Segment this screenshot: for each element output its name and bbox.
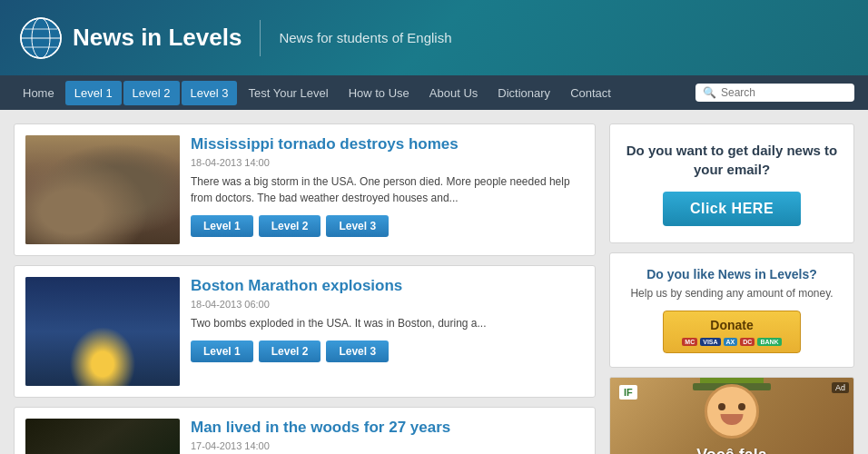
main-nav: Home Level 1 Level 2 Level 3 Test Your L…	[0, 75, 868, 110]
article-content: Man lived in the woods for 27 years 17-0…	[191, 419, 584, 454]
ad-text: Você falaInglês ou seu	[679, 446, 784, 455]
nav-level3[interactable]: Level 3	[182, 81, 238, 105]
search-input[interactable]	[721, 86, 847, 99]
donate-question: Do you like News in Levels?	[624, 267, 840, 281]
article-card: Boston Marathon explosions 18-04-2013 06…	[14, 265, 596, 398]
level1-button[interactable]: Level 1	[191, 215, 253, 237]
nav-test-level[interactable]: Test Your Level	[239, 81, 337, 105]
level2-button[interactable]: Level 2	[259, 215, 321, 237]
nav-level1[interactable]: Level 1	[65, 81, 122, 105]
discover-icon: DC	[740, 338, 755, 346]
article-content: Boston Marathon explosions 18-04-2013 06…	[191, 277, 584, 386]
bank-icon: BANK	[757, 338, 781, 346]
article-excerpt: Two bombs exploded in the USA. It was in…	[191, 315, 584, 331]
nav-how-to-use[interactable]: How to Use	[340, 81, 419, 105]
donate-button[interactable]: Donate MC VISA AX DC BANK	[663, 311, 800, 353]
level-buttons: Level 1 Level 2 Level 3	[191, 340, 584, 362]
sidebar: Do you want to get daily news to your em…	[609, 123, 854, 454]
nav-dictionary[interactable]: Dictionary	[488, 81, 559, 105]
article-card: Man lived in the woods for 27 years 17-0…	[14, 407, 596, 454]
ad-content: Ad IF Você falaInglês ou seu	[610, 378, 853, 454]
header-divider	[260, 20, 261, 56]
article-image	[25, 277, 180, 386]
donate-label: Donate	[710, 318, 753, 332]
article-date: 18-04-2013 14:00	[191, 157, 584, 168]
article-excerpt: There was a big storm in the USA. One pe…	[191, 173, 584, 206]
level1-button[interactable]: Level 1	[191, 340, 253, 362]
site-header: News in Levels News for students of Engl…	[0, 0, 868, 75]
article-content: Mississippi tornado destroys homes 18-04…	[191, 135, 584, 244]
site-subtitle: News for students of English	[279, 30, 451, 45]
main-container: Mississippi tornado destroys homes 18-04…	[0, 110, 868, 454]
ad-badge: Ad	[832, 382, 849, 393]
ad-logo: IF	[619, 385, 637, 400]
nav-about-us[interactable]: About Us	[420, 81, 487, 105]
level2-button[interactable]: Level 2	[259, 340, 321, 362]
level-buttons: Level 1 Level 2 Level 3	[191, 215, 584, 237]
article-image	[25, 135, 180, 244]
advertisement: Ad IF Você falaInglês ou seu	[609, 377, 854, 454]
logo[interactable]: News in Levels	[18, 15, 242, 61]
article-date: 17-04-2013 14:00	[191, 440, 584, 451]
nav-contact[interactable]: Contact	[561, 81, 620, 105]
visa-icon: VISA	[700, 338, 720, 346]
search-box[interactable]: 🔍	[695, 84, 854, 102]
articles-list: Mississippi tornado destroys homes 18-04…	[14, 123, 596, 454]
article-card: Mississippi tornado destroys homes 18-04…	[14, 123, 596, 256]
payment-icons: MC VISA AX DC BANK	[682, 338, 781, 346]
nav-level2[interactable]: Level 2	[123, 81, 180, 105]
level3-button[interactable]: Level 3	[326, 340, 389, 362]
donate-help-text: Help us by sending any amount of money.	[624, 287, 840, 300]
level3-button[interactable]: Level 3	[326, 215, 389, 237]
donate-box: Do you like News in Levels? Help us by s…	[609, 252, 854, 368]
ad-face	[705, 384, 759, 439]
click-here-button[interactable]: Click HERE	[663, 192, 801, 226]
article-title[interactable]: Man lived in the woods for 27 years	[191, 419, 584, 437]
article-image	[25, 419, 180, 454]
site-title: News in Levels	[73, 24, 242, 52]
mastercard-icon: MC	[682, 338, 697, 346]
article-date: 18-04-2013 06:00	[191, 299, 584, 310]
article-title[interactable]: Boston Marathon explosions	[191, 277, 584, 295]
nav-home[interactable]: Home	[14, 81, 64, 105]
email-signup-box: Do you want to get daily news to your em…	[609, 123, 854, 243]
amex-icon: AX	[724, 338, 738, 346]
article-title[interactable]: Mississippi tornado destroys homes	[191, 135, 584, 153]
email-question: Do you want to get daily news to your em…	[624, 141, 840, 179]
search-icon: 🔍	[703, 86, 716, 99]
globe-icon	[18, 15, 64, 61]
